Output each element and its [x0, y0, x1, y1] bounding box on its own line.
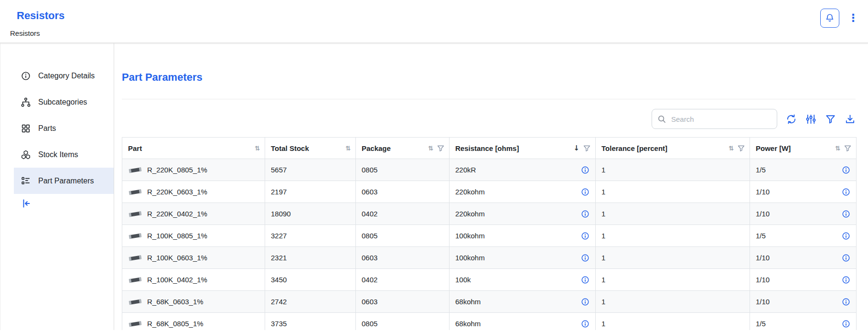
info-icon[interactable]: [581, 298, 589, 306]
search-input[interactable]: [670, 115, 772, 124]
column-label: Resistance [ohms]: [455, 144, 519, 152]
column-header-total-stock[interactable]: Total Stock ⇅: [265, 138, 356, 159]
sort-icon[interactable]: ⇅: [345, 145, 351, 151]
table-row[interactable]: R_68K_0805_1% 3735 0805 68kohm 1 1/5: [122, 313, 857, 331]
resistance-cell: 68kohm: [450, 291, 596, 313]
bell-icon: [825, 13, 835, 23]
filter-icon[interactable]: [825, 114, 836, 125]
table-row[interactable]: R_220K_0402_1% 18090 0402 220kohm 1 1/10: [122, 203, 857, 225]
notifications-button[interactable]: [820, 9, 839, 28]
info-icon[interactable]: [842, 320, 850, 328]
boxes-icon: [21, 149, 31, 160]
resistance-value: 220kR: [455, 166, 476, 174]
table-row[interactable]: R_100K_0805_1% 3227 0805 100kohm 1 1/5: [122, 225, 857, 247]
page-title: Resistors: [17, 10, 64, 22]
power-cell: 1/10: [750, 269, 857, 291]
info-icon[interactable]: [842, 188, 850, 196]
sidebar-item-label: Subcategories: [38, 98, 87, 107]
column-label: Tolerance [percent]: [601, 144, 667, 152]
column-header-package[interactable]: Package ⇅: [356, 138, 450, 159]
kebab-menu-icon[interactable]: ⋮: [845, 9, 861, 28]
smd-chip-icon: [128, 232, 142, 240]
power-cell: 1/5: [750, 159, 857, 181]
info-icon[interactable]: [581, 210, 589, 218]
power-value: 1/5: [756, 166, 766, 174]
table-row[interactable]: R_100K_0402_1% 3450 0402 100k 1 1/10: [122, 269, 857, 291]
table-row[interactable]: R_220K_0603_1% 2197 0603 220kohm 1 1/10: [122, 181, 857, 203]
grid-icon: [21, 123, 31, 134]
sort-icon[interactable]: ⇅: [428, 145, 433, 151]
tolerance-cell: 1: [596, 181, 750, 203]
part-cell: R_100K_0603_1%: [122, 247, 265, 269]
info-icon[interactable]: [842, 210, 850, 218]
info-icon[interactable]: [581, 276, 589, 284]
resistance-cell: 220kohm: [450, 203, 596, 225]
power-cell: 1/10: [750, 203, 857, 225]
column-filter-icon[interactable]: [844, 145, 851, 152]
column-header-power[interactable]: Power [W] ⇅: [750, 138, 857, 159]
resistance-cell: 220kohm: [450, 181, 596, 203]
total-stock-cell: 2742: [265, 291, 356, 313]
tolerance-cell: 1: [596, 269, 750, 291]
package-cell: 0805: [356, 225, 450, 247]
sidebar-item-parts[interactable]: Parts: [14, 115, 114, 141]
sidebar-item-subcategories[interactable]: Subcategories: [14, 89, 114, 115]
column-header-part[interactable]: Part ⇅: [122, 138, 265, 159]
sidebar-item-label: Parts: [38, 124, 56, 133]
total-stock-cell: 2321: [265, 247, 356, 269]
info-icon[interactable]: [581, 254, 589, 262]
column-filter-icon[interactable]: [437, 145, 444, 152]
resistance-value: 68kohm: [455, 298, 481, 306]
resistance-value: 220kohm: [455, 188, 485, 196]
sidebar-item-stock-items[interactable]: Stock Items: [14, 141, 114, 168]
resistance-cell: 100k: [450, 269, 596, 291]
resistance-cell: 100kohm: [450, 247, 596, 269]
power-cell: 1/5: [750, 225, 857, 247]
total-stock-cell: 5657: [265, 159, 356, 181]
total-stock-cell: 18090: [265, 203, 356, 225]
column-settings-icon[interactable]: [805, 114, 816, 125]
sidebar-item-part-parameters[interactable]: Part Parameters: [14, 168, 114, 194]
info-icon[interactable]: [581, 188, 589, 196]
part-name: R_220K_0805_1%: [147, 166, 207, 174]
info-icon[interactable]: [842, 298, 850, 306]
sort-icon[interactable]: ⇅: [729, 145, 734, 151]
package-cell: 0603: [356, 291, 450, 313]
section-title: Part Parameters: [122, 71, 856, 84]
package-cell: 0805: [356, 313, 450, 331]
smd-chip-icon: [128, 320, 142, 328]
column-filter-icon[interactable]: [738, 145, 745, 152]
table-row[interactable]: R_68K_0603_1% 2742 0603 68kohm 1 1/10: [122, 291, 857, 313]
info-icon[interactable]: [581, 320, 589, 328]
info-icon[interactable]: [842, 166, 850, 174]
info-icon[interactable]: [581, 166, 589, 174]
sidebar-item-category-details[interactable]: Category Details: [14, 63, 114, 89]
refresh-icon[interactable]: [786, 114, 797, 125]
column-header-resistance[interactable]: Resistance [ohms] ↓: [450, 138, 596, 159]
column-filter-icon[interactable]: [583, 145, 590, 152]
sort-desc-icon[interactable]: ↓: [573, 145, 579, 152]
resistance-cell: 100kohm: [450, 225, 596, 247]
info-icon[interactable]: [581, 232, 589, 240]
collapse-sidebar-icon[interactable]: [21, 198, 32, 209]
column-header-tolerance[interactable]: Tolerance [percent] ⇅: [596, 138, 750, 159]
table-row[interactable]: R_220K_0805_1% 5657 0805 220kR 1 1/5: [122, 159, 857, 181]
info-icon[interactable]: [842, 254, 850, 262]
download-icon[interactable]: [845, 114, 856, 125]
tolerance-cell: 1: [596, 203, 750, 225]
part-name: R_220K_0603_1%: [147, 188, 207, 196]
tolerance-cell: 1: [596, 313, 750, 331]
package-cell: 0805: [356, 159, 450, 181]
resistance-value: 100kohm: [455, 232, 485, 240]
package-cell: 0402: [356, 203, 450, 225]
app-header: Resistors Resistors ⋮: [0, 0, 868, 43]
sort-icon[interactable]: ⇅: [835, 145, 840, 151]
power-value: 1/10: [756, 254, 770, 262]
info-icon[interactable]: [842, 232, 850, 240]
power-cell: 1/10: [750, 247, 857, 269]
table-row[interactable]: R_100K_0603_1% 2321 0603 100kohm 1 1/10: [122, 247, 857, 269]
sort-icon[interactable]: ⇅: [255, 145, 260, 151]
info-icon[interactable]: [842, 276, 850, 284]
part-name: R_68K_0805_1%: [147, 320, 204, 328]
part-name: R_68K_0603_1%: [147, 298, 204, 306]
